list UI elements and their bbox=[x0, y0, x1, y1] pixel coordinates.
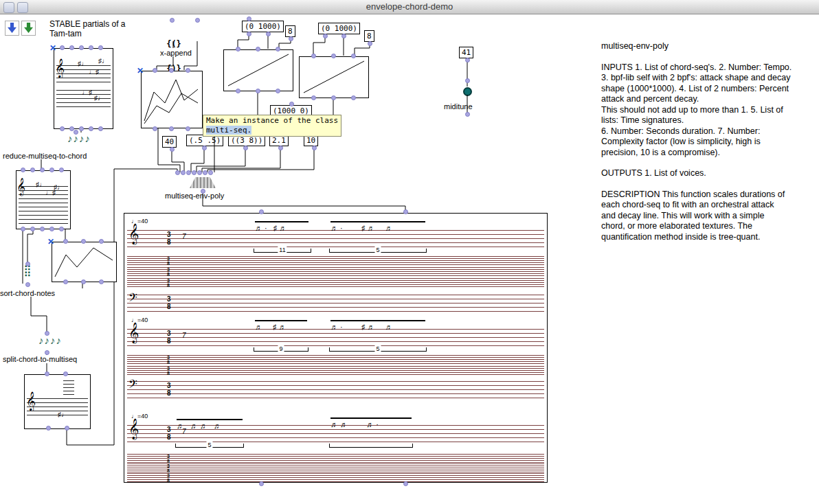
connection-port[interactable] bbox=[169, 126, 174, 131]
connection-port[interactable] bbox=[203, 170, 207, 175]
connection-port[interactable] bbox=[403, 481, 408, 486]
connection-port[interactable] bbox=[45, 331, 49, 336]
multi-seq-factory-box[interactable] bbox=[141, 71, 203, 128]
connection-port[interactable] bbox=[465, 78, 470, 83]
connection-port[interactable] bbox=[89, 45, 93, 50]
connection-port[interactable] bbox=[186, 126, 190, 131]
connection-port[interactable] bbox=[63, 239, 68, 244]
connection-port[interactable] bbox=[351, 54, 356, 58]
connection-port[interactable] bbox=[256, 89, 260, 93]
connection-port[interactable] bbox=[175, 170, 180, 175]
connection-port[interactable] bbox=[278, 146, 283, 150]
ledger-line bbox=[63, 384, 74, 385]
connection-port[interactable] bbox=[276, 47, 280, 51]
connection-port[interactable] bbox=[311, 95, 316, 100]
connection-port[interactable] bbox=[153, 68, 157, 73]
connection-port[interactable] bbox=[65, 426, 69, 431]
connection-port[interactable] bbox=[195, 18, 200, 23]
connection-port[interactable] bbox=[60, 126, 65, 131]
connection-port[interactable] bbox=[341, 34, 346, 38]
staff-lines bbox=[19, 207, 68, 224]
connection-port[interactable] bbox=[89, 126, 93, 131]
connection-port[interactable] bbox=[79, 45, 84, 50]
connection-port[interactable] bbox=[99, 239, 104, 244]
multiseq-score-editor[interactable]: ♩=40 𝄞 3 8 7 ♬· ♯♬ 11 ♬· ♯♬ ♬ 5 3 8 3 8 … bbox=[124, 213, 548, 483]
connection-port[interactable] bbox=[49, 227, 54, 231]
rest-glyph: 7 bbox=[182, 233, 186, 240]
bpf-decay-box[interactable] bbox=[299, 56, 369, 98]
connection-port[interactable] bbox=[25, 282, 30, 287]
connection-port[interactable] bbox=[49, 168, 54, 172]
connection-port[interactable] bbox=[259, 209, 264, 214]
connection-port[interactable] bbox=[192, 170, 197, 175]
bpf-box[interactable] bbox=[52, 242, 117, 282]
lock-x-icon[interactable]: ✕ bbox=[47, 238, 54, 246]
connection-port[interactable] bbox=[81, 239, 86, 244]
connection-port[interactable] bbox=[45, 371, 49, 376]
connection-port[interactable] bbox=[98, 45, 103, 50]
connection-port[interactable] bbox=[60, 45, 65, 50]
connection-port[interactable] bbox=[465, 58, 470, 62]
connection-port[interactable] bbox=[30, 168, 35, 172]
connection-port[interactable] bbox=[276, 89, 280, 93]
connection-port[interactable] bbox=[331, 54, 336, 58]
connection-port[interactable] bbox=[197, 170, 202, 175]
treble-clef-icon: 𝄞 bbox=[128, 323, 139, 341]
connection-port[interactable] bbox=[312, 146, 317, 150]
connection-port[interactable] bbox=[289, 36, 293, 41]
connection-port[interactable] bbox=[236, 47, 240, 51]
connection-port[interactable] bbox=[21, 168, 25, 172]
connection-port[interactable] bbox=[98, 126, 103, 131]
bpf-attack-box[interactable] bbox=[223, 49, 293, 91]
connection-port[interactable] bbox=[170, 18, 175, 23]
connection-port[interactable] bbox=[247, 16, 251, 21]
connection-port[interactable] bbox=[201, 189, 205, 194]
chord-seq-box-split[interactable]: 𝄞 ♯♩ bbox=[24, 374, 91, 429]
connection-port[interactable] bbox=[40, 227, 45, 231]
lock-x-icon[interactable]: ✕ bbox=[49, 44, 56, 52]
connection-port[interactable] bbox=[186, 68, 190, 73]
connection-port[interactable] bbox=[465, 112, 470, 117]
connection-port[interactable] bbox=[30, 227, 35, 231]
connection-port[interactable] bbox=[247, 32, 251, 36]
connection-port[interactable] bbox=[25, 262, 30, 266]
connection-port[interactable] bbox=[153, 126, 157, 131]
connection-port[interactable] bbox=[351, 95, 356, 100]
connection-port[interactable] bbox=[368, 41, 372, 46]
connection-port[interactable] bbox=[236, 89, 240, 93]
connection-port[interactable] bbox=[99, 279, 104, 284]
connection-port[interactable] bbox=[81, 279, 86, 284]
chord-seq-box-tamtam[interactable]: 𝄞 ♯♩ ♩♯ ♯♩ ♩♯ ♯♩ bbox=[54, 48, 113, 129]
connection-port[interactable] bbox=[46, 426, 51, 431]
connection-port[interactable] bbox=[181, 170, 186, 175]
connection-port[interactable] bbox=[63, 279, 68, 284]
tooltip: Make an instance of the class multi-seq. bbox=[203, 115, 341, 137]
connection-port[interactable] bbox=[256, 47, 260, 51]
connection-port[interactable] bbox=[79, 126, 84, 131]
note-cluster: ♯♩ bbox=[78, 60, 88, 67]
connection-port[interactable] bbox=[59, 227, 64, 231]
connection-port[interactable] bbox=[403, 209, 408, 214]
connection-port[interactable] bbox=[69, 45, 74, 50]
connection-port[interactable] bbox=[323, 34, 328, 38]
connection-port[interactable] bbox=[311, 54, 316, 58]
connection-port[interactable] bbox=[259, 481, 264, 486]
lock-x-icon[interactable]: ✕ bbox=[137, 67, 144, 75]
connection-port[interactable] bbox=[63, 371, 68, 376]
connection-port[interactable] bbox=[186, 170, 191, 175]
connection-port[interactable] bbox=[170, 147, 175, 152]
connection-port[interactable] bbox=[169, 68, 174, 73]
connection-port[interactable] bbox=[243, 146, 248, 150]
note-group: ♬ ♬♬ ♬ bbox=[177, 419, 243, 430]
connection-port[interactable] bbox=[59, 168, 64, 172]
connection-port[interactable] bbox=[331, 95, 336, 100]
chord-seq-box-reduced[interactable]: 𝄞 ♯♩ ♩♯ ♯♩ bbox=[16, 170, 71, 229]
connection-port[interactable] bbox=[40, 168, 45, 172]
connection-port[interactable] bbox=[74, 130, 78, 135]
connection-port[interactable] bbox=[289, 102, 294, 106]
connection-port[interactable] bbox=[208, 170, 213, 175]
connection-port[interactable] bbox=[202, 146, 207, 150]
connection-port[interactable] bbox=[21, 227, 25, 231]
connection-port[interactable] bbox=[266, 32, 271, 36]
connection-port[interactable] bbox=[45, 350, 49, 355]
